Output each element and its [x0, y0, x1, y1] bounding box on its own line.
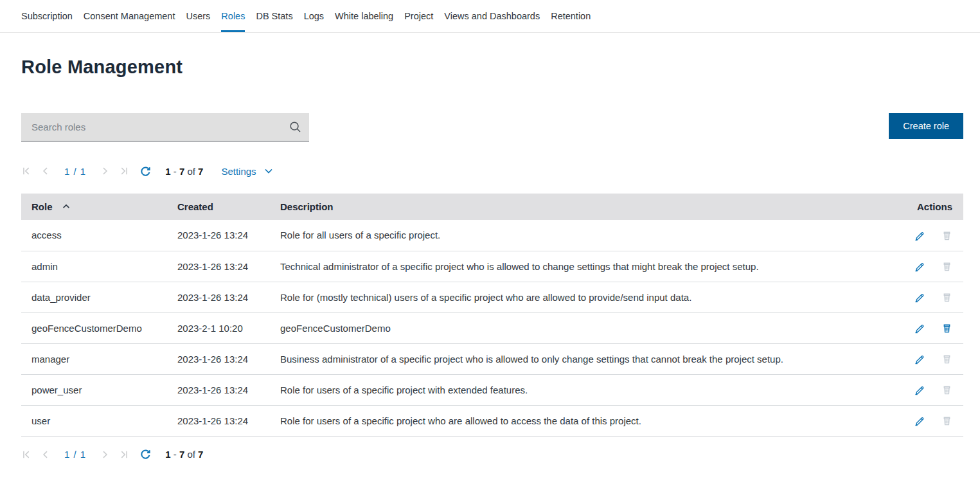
edit-role-button[interactable]	[914, 230, 925, 241]
role-created: 2023-1-26 13:24	[167, 343, 270, 374]
delete-role-button[interactable]	[941, 230, 952, 241]
range-total: 7	[198, 166, 203, 177]
nav-white-labeling[interactable]: White labeling	[335, 0, 393, 32]
edit-role-button[interactable]	[914, 354, 925, 365]
last-page-button[interactable]	[120, 166, 129, 176]
delete-role-button[interactable]	[941, 354, 952, 365]
top-nav: Subscription Consent Management Users Ro…	[0, 0, 980, 33]
role-name: manager	[21, 343, 167, 374]
search-icon[interactable]	[289, 120, 301, 132]
page-range-label: 1 - 7 of 7	[165, 166, 203, 177]
edit-role-button[interactable]	[914, 415, 925, 426]
delete-role-button[interactable]	[941, 323, 952, 334]
role-description: Role for (mostly technical) users of a s…	[270, 282, 887, 312]
delete-role-button[interactable]	[941, 415, 952, 426]
role-created: 2023-1-26 13:24	[167, 405, 270, 436]
table-row: admin 2023-1-26 13:24 Technical administ…	[21, 251, 963, 282]
column-header-role[interactable]: Role	[21, 194, 167, 220]
pagination-top: 1 / 1 1 - 7 of 7 Settings	[21, 162, 959, 180]
column-header-actions: Actions	[887, 194, 963, 220]
role-description: Role for users of a specific project wit…	[270, 374, 887, 405]
page-indicator: 1 / 1	[64, 166, 86, 177]
first-page-button[interactable]	[21, 449, 31, 460]
page-indicator: 1 / 1	[64, 449, 86, 460]
sort-ascending-icon	[62, 202, 71, 211]
range-dash: -	[174, 166, 177, 177]
search-roles-box	[21, 113, 309, 141]
settings-label: Settings	[221, 166, 256, 177]
role-created: 2023-2-1 10:20	[167, 312, 270, 343]
range-total: 7	[198, 449, 203, 460]
range-end: 7	[179, 449, 184, 460]
table-row: power_user 2023-1-26 13:24 Role for user…	[21, 374, 963, 405]
role-name: admin	[21, 251, 167, 282]
nav-subscription[interactable]: Subscription	[21, 0, 73, 32]
edit-role-button[interactable]	[914, 261, 925, 272]
table-header-row: Role Created Description Actions	[21, 194, 963, 220]
nav-project[interactable]: Project	[404, 0, 433, 32]
range-of: of	[187, 166, 195, 177]
toolbar: Create role	[21, 113, 963, 141]
refresh-button[interactable]	[140, 166, 151, 177]
role-name: user	[21, 405, 167, 436]
table-row: user 2023-1-26 13:24 Role for users of a…	[21, 405, 963, 436]
role-name: access	[21, 220, 167, 251]
refresh-button[interactable]	[140, 449, 151, 460]
delete-role-button[interactable]	[941, 384, 952, 395]
nav-views-and-dashboards[interactable]: Views and Dashboards	[444, 0, 540, 32]
role-description: Business administrator of a specific pro…	[270, 343, 887, 374]
edit-role-button[interactable]	[914, 323, 925, 334]
page-range-label: 1 - 7 of 7	[165, 449, 203, 460]
range-start: 1	[165, 449, 170, 460]
chevron-down-icon	[263, 166, 274, 176]
nav-users[interactable]: Users	[186, 0, 210, 32]
range-end: 7	[179, 166, 184, 177]
role-description: Role for users of a specific project who…	[270, 405, 887, 436]
settings-dropdown[interactable]: Settings	[221, 166, 273, 177]
role-created: 2023-1-26 13:24	[167, 374, 270, 405]
nav-logs[interactable]: Logs	[304, 0, 324, 32]
range-dash: -	[174, 449, 177, 460]
edit-role-button[interactable]	[914, 384, 925, 395]
role-name: geoFenceCustomerDemo	[21, 312, 167, 343]
first-page-button[interactable]	[21, 166, 31, 176]
table-row: data_provider 2023-1-26 13:24 Role for (…	[21, 282, 963, 312]
nav-roles[interactable]: Roles	[221, 0, 245, 32]
column-header-created[interactable]: Created	[167, 194, 270, 220]
roles-table: Role Created Description Actions access …	[21, 194, 963, 437]
role-name: power_user	[21, 374, 167, 405]
range-start: 1	[165, 166, 170, 177]
next-page-button[interactable]	[100, 166, 110, 176]
prev-page-button[interactable]	[40, 166, 50, 176]
nav-db-stats[interactable]: DB Stats	[256, 0, 292, 32]
role-created: 2023-1-26 13:24	[167, 251, 270, 282]
search-input[interactable]	[21, 113, 309, 141]
role-description: Technical administrator of a specific pr…	[270, 251, 887, 282]
create-role-button[interactable]: Create role	[889, 113, 963, 139]
role-name: data_provider	[21, 282, 167, 312]
nav-consent-management[interactable]: Consent Management	[84, 0, 175, 32]
role-created: 2023-1-26 13:24	[167, 220, 270, 251]
role-description: Role for all users of a specific project…	[270, 220, 887, 251]
next-page-button[interactable]	[100, 449, 110, 460]
table-row: manager 2023-1-26 13:24 Business adminis…	[21, 343, 963, 374]
pagination-bottom: 1 / 1 1 - 7 of 7	[21, 446, 959, 464]
role-created: 2023-1-26 13:24	[167, 282, 270, 312]
prev-page-button[interactable]	[40, 449, 50, 460]
delete-role-button[interactable]	[941, 292, 952, 303]
table-row: access 2023-1-26 13:24 Role for all user…	[21, 220, 963, 251]
column-header-description[interactable]: Description	[270, 194, 887, 220]
edit-role-button[interactable]	[914, 292, 925, 303]
last-page-button[interactable]	[120, 449, 129, 460]
table-row: geoFenceCustomerDemo 2023-2-1 10:20 geoF…	[21, 312, 963, 343]
role-description: geoFenceCustomerDemo	[270, 312, 887, 343]
nav-retention[interactable]: Retention	[551, 0, 591, 32]
range-of: of	[187, 449, 195, 460]
delete-role-button[interactable]	[941, 261, 952, 272]
page-title: Role Management	[21, 57, 980, 78]
